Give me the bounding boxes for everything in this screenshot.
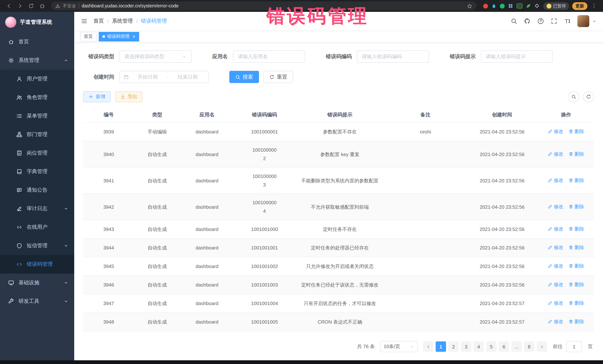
page-button-3[interactable]: 3 (461, 342, 471, 352)
edit-link[interactable]: 修改 (548, 243, 563, 252)
extension-drop-icon[interactable] (491, 3, 496, 9)
app-name-input[interactable] (233, 50, 305, 63)
extension-leaf-icon[interactable] (526, 3, 531, 9)
cell-time: 2021-04-20 23:52:56 (466, 141, 538, 167)
page-button-8[interactable]: 8 (524, 342, 534, 352)
forward-icon[interactable] (17, 3, 23, 9)
edit-link[interactable]: 修改 (548, 280, 563, 289)
export-button[interactable]: 导出 (115, 91, 142, 102)
sidebar-item-online-users[interactable]: 在线用户 (0, 218, 74, 236)
close-icon[interactable]: × (132, 34, 135, 39)
edit-link[interactable]: 修改 (548, 299, 563, 307)
delete-link[interactable]: 删除 (568, 202, 584, 211)
next-page-button[interactable] (537, 342, 547, 352)
extension-grid-icon[interactable] (508, 3, 513, 9)
delete-link[interactable]: 删除 (568, 243, 584, 252)
error-code-input[interactable] (357, 50, 429, 63)
avatar-caret-icon[interactable] (592, 19, 596, 23)
delete-link[interactable]: 删除 (568, 280, 584, 289)
sidebar-item-home[interactable]: 首页 (0, 33, 74, 51)
extension-red-icon[interactable] (483, 3, 488, 8)
sidebar-item-dev-tools[interactable]: 研发工具 (0, 292, 74, 311)
cell-time: 2021-04-20 23:52:56 (466, 257, 538, 276)
browser-home-icon[interactable] (39, 3, 45, 9)
page-button-2[interactable]: 2 (448, 342, 459, 352)
back-icon[interactable] (6, 3, 12, 9)
cell-actions: 修改删除 (538, 220, 594, 239)
tab-home[interactable]: 首页 (80, 32, 96, 41)
search-button[interactable]: 搜索 (229, 71, 259, 83)
create-time-range[interactable]: 开始日期 - 结束日期 (119, 71, 209, 83)
sidebar-item-label: 岗位管理 (27, 150, 47, 156)
edit-link[interactable]: 修改 (548, 225, 563, 233)
breadcrumb-item[interactable]: 系统管理 (112, 18, 133, 24)
page-button-6[interactable]: 6 (499, 342, 509, 352)
error-type-select[interactable]: 请选择错误码类型 (119, 50, 191, 63)
edit-link[interactable]: 修改 (548, 127, 563, 136)
sidebar-item-user-management[interactable]: 用户管理 (0, 70, 74, 88)
page-button-5[interactable]: 5 (486, 342, 497, 352)
table-row: 3946自动生成dashboard1001001003定时任务已经处于该状态，无… (83, 276, 594, 294)
extension-proxy-icon[interactable] (516, 3, 522, 9)
sidebar-item-dict-management[interactable]: 字典管理 (0, 162, 74, 181)
sidebar-item-infrastructure[interactable]: 基础设施 (0, 274, 74, 292)
fullscreen-icon[interactable] (551, 18, 557, 24)
font-size-icon[interactable] (564, 18, 571, 24)
breadcrumb-item[interactable]: 首页 (93, 18, 104, 24)
edit-link[interactable]: 修改 (548, 262, 563, 270)
help-icon[interactable] (537, 18, 544, 24)
profile-avatar-icon (546, 3, 551, 8)
sidebar-item-post-management[interactable]: 岗位管理 (0, 144, 74, 162)
page-button-4[interactable]: 4 (474, 342, 484, 352)
sidebar-item-error-code-management[interactable]: 错误码管理 (0, 255, 74, 274)
address-bar[interactable]: 不安全 dashboard.yudao.iocoder.cn/system/er… (51, 1, 476, 10)
page-button-1[interactable]: 1 (436, 342, 446, 352)
paused-badge[interactable]: 已暂停 (543, 2, 569, 10)
delete-link[interactable]: 删除 (568, 176, 584, 184)
user-avatar[interactable] (577, 15, 589, 27)
sidebar-item-dept-management[interactable]: 部门管理 (0, 125, 74, 144)
cell-id: 3940 (83, 141, 134, 167)
delete-link[interactable]: 删除 (568, 299, 584, 307)
delete-link[interactable]: 删除 (568, 150, 584, 158)
bookmark-star-icon[interactable] (467, 3, 472, 9)
error-hint-input[interactable] (481, 50, 553, 63)
sidebar-item-audit-log[interactable]: 审计日志 (0, 199, 74, 218)
trash-icon (568, 151, 573, 156)
prev-page-button[interactable] (423, 342, 433, 352)
update-button[interactable]: 更新 (572, 2, 587, 10)
goto-page-input[interactable] (566, 341, 582, 352)
delete-link[interactable]: 删除 (568, 262, 584, 270)
github-icon[interactable] (524, 18, 531, 24)
trash-icon (568, 245, 573, 250)
header-search-icon[interactable] (510, 18, 517, 24)
logo[interactable]: 芋道管理系统 (0, 12, 74, 33)
refresh-table-button[interactable] (583, 91, 594, 102)
page-size-select[interactable]: 10条/页 (380, 341, 418, 352)
toggle-search-button[interactable] (568, 91, 579, 102)
browser-menu-icon[interactable] (591, 3, 597, 9)
delete-link[interactable]: 删除 (568, 127, 584, 136)
add-button[interactable]: 新增 (83, 91, 111, 102)
extensions-puzzle-icon[interactable] (534, 3, 539, 9)
download-icon (120, 94, 126, 99)
reload-icon[interactable] (28, 3, 34, 9)
sidebar-item-notice[interactable]: 通知公告 (0, 181, 74, 199)
edit-link[interactable]: 修改 (548, 176, 563, 184)
delete-link[interactable]: 删除 (568, 317, 584, 326)
sidebar-item-sms-management[interactable]: 短信管理 (0, 236, 74, 255)
more-pages-button[interactable]: ... (511, 342, 522, 352)
delete-link[interactable]: 删除 (568, 225, 584, 233)
trash-icon (568, 226, 573, 231)
extension-green-icon[interactable] (500, 3, 504, 8)
reset-button[interactable]: 重置 (264, 71, 293, 83)
sidebar-item-menu-management[interactable]: 菜单管理 (0, 107, 74, 125)
cell-app: dashboard (180, 122, 234, 141)
edit-link[interactable]: 修改 (548, 150, 563, 158)
sidebar-item-role-management[interactable]: 角色管理 (0, 88, 74, 107)
edit-link[interactable]: 修改 (548, 317, 563, 326)
sidebar-item-system-management[interactable]: 系统管理 (0, 51, 74, 70)
edit-link[interactable]: 修改 (548, 202, 563, 211)
tab-error-code-management[interactable]: 错误码管理× (99, 32, 139, 41)
hamburger-icon[interactable] (81, 18, 88, 24)
